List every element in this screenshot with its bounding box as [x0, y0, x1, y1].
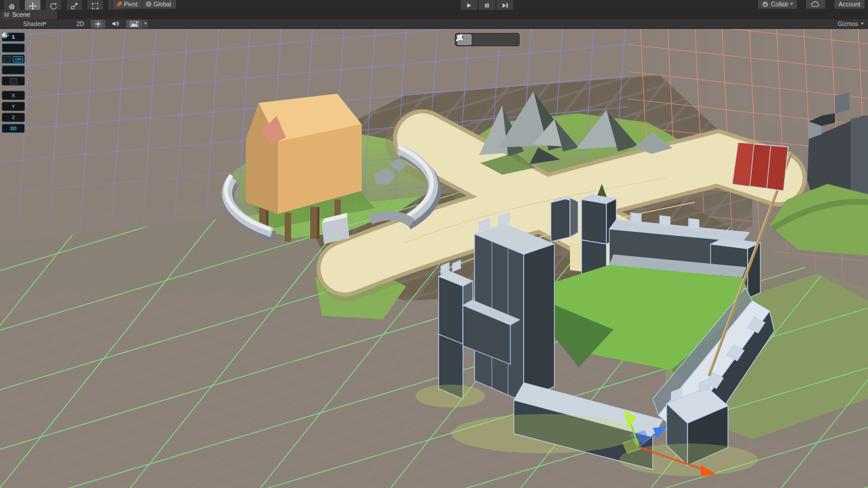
probuilder-edge-mode-button[interactable] — [488, 34, 502, 45]
scene-viewport[interactable]: 1 ON — [0, 29, 868, 488]
main-toolbar: Pivot Global — [0, 0, 868, 10]
progrids-snap-enabled-button[interactable]: ON — [2, 54, 25, 64]
pivot-global-group: Pivot Global — [112, 0, 176, 9]
gizmos-caret: ▾ — [861, 21, 863, 26]
probuilder-mode-toolbar — [455, 33, 520, 46]
progrids-y-axis-button[interactable]: Y — [2, 102, 25, 111]
hand-tool-button[interactable] — [3, 0, 20, 10]
probuilder-face-mode-button[interactable] — [503, 34, 517, 45]
cloud-icon — [811, 1, 820, 7]
account-label: Account — [838, 1, 860, 8]
probuilder-vertex-mode-button[interactable] — [472, 34, 487, 45]
progrids-z-axis-button[interactable]: Z — [2, 113, 25, 122]
shading-mode-label: Shaded — [23, 20, 44, 27]
2d-label: 2D — [76, 20, 84, 27]
x-label: X — [12, 93, 15, 98]
scene-view-toolbar: Shaded ▾ 2D ▾ Gizmos ▾ — [0, 19, 868, 29]
audio-toggle[interactable] — [108, 20, 123, 28]
pivot-label: Pivot — [124, 1, 137, 8]
face-mode-icon — [455, 34, 464, 42]
effects-toggle[interactable] — [126, 20, 142, 28]
collab-caret: ▾ — [790, 2, 793, 6]
sun-icon — [94, 20, 102, 28]
pause-button[interactable] — [478, 0, 496, 10]
progrids-overlay: 1 ON — [2, 32, 25, 135]
collab-check-icon — [762, 1, 768, 8]
playmode-controls — [460, 0, 514, 10]
lighting-toggle[interactable] — [91, 20, 105, 28]
rect-tool-button[interactable] — [87, 0, 104, 10]
pivot-icon — [116, 1, 122, 7]
scale-icon — [71, 2, 78, 10]
progrids-x-axis-button[interactable]: X — [2, 91, 25, 100]
shading-caret: ▾ — [44, 21, 46, 26]
toolbar-right-cluster: Collab ▾ Account — [757, 0, 865, 9]
move-icon — [29, 2, 36, 10]
speaker-icon — [112, 20, 119, 27]
pause-icon — [484, 2, 490, 9]
progrids-push-to-grid-button[interactable] — [2, 65, 25, 75]
scene-tab-label: Scene — [12, 11, 30, 18]
hand-icon — [8, 2, 16, 10]
y-label: Y — [12, 103, 15, 109]
transform-tools — [3, 0, 124, 10]
globe-orb-icon — [2, 32, 8, 38]
scene-3d-canvas[interactable] — [0, 29, 868, 488]
tab-scene[interactable]: Scene — [1, 10, 57, 19]
progrids-visibility-button[interactable] — [2, 43, 25, 53]
rotate-tool-button[interactable] — [45, 0, 62, 10]
gizmos-label: Gizmos — [837, 20, 858, 27]
step-button[interactable] — [496, 0, 514, 10]
progrids-3d-toggle-button[interactable]: 3D — [2, 124, 25, 133]
effects-caret: ▾ — [144, 21, 146, 26]
play-icon — [466, 2, 472, 9]
effects-dropdown-group: ▾ — [126, 20, 148, 28]
shading-mode-dropdown[interactable]: Shaded ▾ — [0, 20, 69, 28]
move-tool-button[interactable] — [24, 0, 41, 10]
lock-box-icon — [10, 78, 17, 84]
scene-tab-icon — [3, 12, 10, 18]
play-button[interactable] — [460, 0, 478, 10]
3d-label: 3D — [10, 125, 17, 131]
rotate-icon — [50, 2, 57, 10]
collab-dropdown[interactable]: Collab ▾ — [757, 0, 797, 9]
on-badge: ON — [13, 56, 23, 62]
effects-caret-button[interactable]: ▾ — [142, 20, 148, 28]
global-toggle[interactable]: Global — [142, 0, 176, 9]
snap-value: 1 — [12, 34, 14, 40]
snap-box-icon — [3, 56, 11, 62]
collab-label: Collab — [771, 1, 788, 8]
gizmos-dropdown[interactable]: Gizmos ▾ — [837, 20, 863, 27]
cloud-button[interactable] — [806, 0, 826, 9]
globe-icon — [146, 1, 152, 7]
pivot-toggle[interactable]: Pivot — [112, 0, 142, 9]
step-icon — [502, 2, 509, 9]
2d-toggle[interactable]: 2D — [73, 20, 87, 28]
effects-image-icon — [130, 21, 139, 27]
scale-tool-button[interactable] — [66, 0, 83, 10]
global-label: Global — [153, 1, 171, 8]
rect-icon — [91, 2, 99, 10]
account-dropdown[interactable]: Account — [834, 0, 865, 9]
tab-bar: Scene — [0, 10, 868, 19]
progrids-lock-button[interactable] — [2, 76, 25, 86]
z-label: Z — [12, 114, 15, 120]
